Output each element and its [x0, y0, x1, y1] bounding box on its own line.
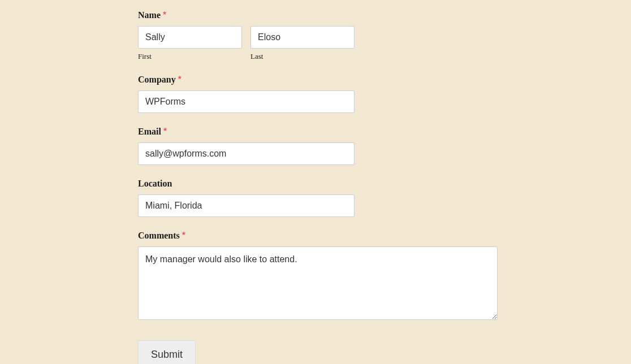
location-label: Location: [138, 179, 631, 189]
name-label-text: Name: [138, 10, 161, 20]
last-name-input[interactable]: [250, 26, 355, 49]
comments-field: Comments *: [138, 231, 631, 322]
email-field: Email *: [138, 127, 631, 165]
name-label: Name *: [138, 10, 631, 20]
first-name-sublabel: First: [138, 52, 242, 61]
email-input[interactable]: [138, 142, 355, 165]
comments-label: Comments *: [138, 231, 631, 241]
name-field: Name * First Last: [138, 10, 631, 61]
email-label: Email *: [138, 127, 631, 137]
company-input[interactable]: [138, 90, 355, 113]
comments-label-text: Comments: [138, 231, 180, 240]
location-field: Location: [138, 179, 631, 217]
required-marker: *: [182, 231, 185, 240]
company-label: Company *: [138, 75, 631, 85]
registration-form: Name * First Last Company * Email *: [0, 0, 631, 364]
location-label-text: Location: [138, 179, 172, 188]
required-marker: *: [163, 127, 167, 136]
first-name-input[interactable]: [138, 26, 242, 49]
location-input[interactable]: [138, 194, 355, 217]
required-marker: *: [178, 75, 181, 84]
company-field: Company *: [138, 75, 631, 113]
comments-textarea[interactable]: [138, 246, 498, 320]
submit-button[interactable]: Submit: [138, 340, 196, 364]
company-label-text: Company: [138, 75, 176, 84]
email-label-text: Email: [138, 127, 161, 136]
required-marker: *: [163, 10, 166, 20]
last-name-sublabel: Last: [250, 52, 355, 61]
